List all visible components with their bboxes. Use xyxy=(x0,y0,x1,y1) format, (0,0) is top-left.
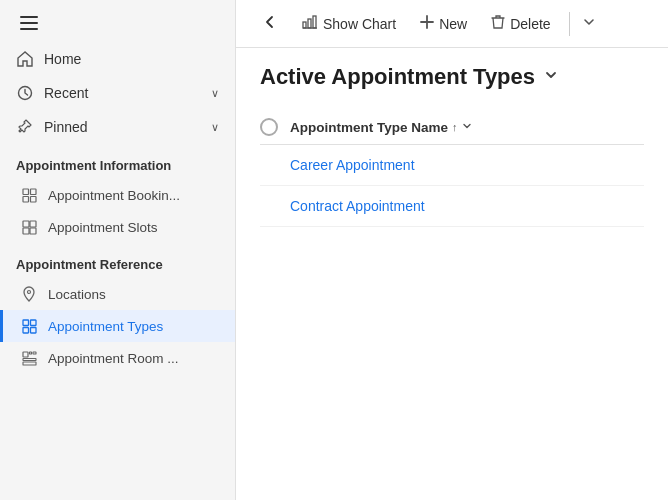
contract-appointment-link[interactable]: Contract Appointment xyxy=(290,198,425,214)
sidebar-item-appointment-booking-label: Appointment Bookin... xyxy=(48,188,180,203)
sidebar-item-recent-label: Recent xyxy=(44,85,211,101)
sort-dropdown-icon[interactable] xyxy=(462,121,472,133)
chart-icon xyxy=(302,14,318,33)
svg-rect-16 xyxy=(33,352,36,354)
svg-rect-18 xyxy=(23,362,36,365)
new-icon xyxy=(420,15,434,32)
show-chart-button[interactable]: Show Chart xyxy=(292,8,406,39)
svg-rect-10 xyxy=(23,320,29,326)
svg-rect-12 xyxy=(23,327,29,333)
table-row[interactable]: Career Appointment xyxy=(260,145,644,186)
new-label: New xyxy=(439,16,467,32)
main-content: Show Chart New Delete xyxy=(236,0,668,500)
svg-rect-15 xyxy=(29,352,31,354)
column-header-label: Appointment Type Name xyxy=(290,120,448,135)
sidebar-item-appointment-room-label: Appointment Room ... xyxy=(48,351,179,366)
appointment-types-icon xyxy=(20,317,38,335)
pin-icon xyxy=(16,118,34,136)
table-header: Appointment Type Name ↑ xyxy=(260,110,644,145)
sidebar-item-pinned-label: Pinned xyxy=(44,119,211,135)
svg-rect-2 xyxy=(30,189,36,195)
sidebar-item-appointment-types[interactable]: Appointment Types xyxy=(0,310,235,342)
sidebar: Home Recent ∨ Pinned ∨ Appointment Infor… xyxy=(0,0,236,500)
delete-button[interactable]: Delete xyxy=(481,8,560,39)
sidebar-item-locations[interactable]: Locations xyxy=(0,278,235,310)
svg-rect-7 xyxy=(23,228,29,234)
sidebar-item-recent[interactable]: Recent ∨ xyxy=(0,76,235,110)
toolbar-chevron-button[interactable] xyxy=(578,11,600,36)
clock-icon xyxy=(16,84,34,102)
page-title: Active Appointment Types xyxy=(260,64,535,90)
svg-rect-13 xyxy=(30,327,36,333)
sort-asc-icon: ↑ xyxy=(452,121,458,133)
sidebar-item-home[interactable]: Home xyxy=(0,42,235,76)
column-header-name[interactable]: Appointment Type Name ↑ xyxy=(290,120,472,135)
appointment-slots-icon xyxy=(20,218,38,236)
sidebar-item-appointment-types-label: Appointment Types xyxy=(48,319,163,334)
svg-point-9 xyxy=(28,291,31,294)
new-button[interactable]: New xyxy=(410,9,477,38)
locations-icon xyxy=(20,285,38,303)
svg-rect-5 xyxy=(23,221,29,227)
content-area: Active Appointment Types Appointment Typ… xyxy=(236,48,668,500)
toolbar-divider xyxy=(569,12,570,36)
sidebar-item-appointment-slots-label: Appointment Slots xyxy=(48,220,158,235)
sidebar-item-appointment-slots[interactable]: Appointment Slots xyxy=(0,211,235,243)
svg-rect-3 xyxy=(23,196,29,202)
back-icon xyxy=(262,14,278,33)
section-appointment-info: Appointment Information xyxy=(0,144,235,179)
svg-rect-4 xyxy=(30,196,36,202)
title-chevron-icon[interactable] xyxy=(543,67,559,87)
home-icon xyxy=(16,50,34,68)
sidebar-top xyxy=(0,0,235,42)
hamburger-button[interactable] xyxy=(16,12,42,34)
pinned-chevron-icon: ∨ xyxy=(211,121,219,134)
sidebar-item-home-label: Home xyxy=(44,51,219,67)
sidebar-item-appointment-room[interactable]: Appointment Room ... xyxy=(0,342,235,374)
table-row[interactable]: Contract Appointment xyxy=(260,186,644,227)
svg-rect-21 xyxy=(313,16,316,28)
sidebar-item-appointment-booking[interactable]: Appointment Bookin... xyxy=(0,179,235,211)
sidebar-item-pinned[interactable]: Pinned ∨ xyxy=(0,110,235,144)
delete-label: Delete xyxy=(510,16,550,32)
recent-chevron-icon: ∨ xyxy=(211,87,219,100)
page-title-row: Active Appointment Types xyxy=(260,64,644,90)
select-all-checkbox[interactable] xyxy=(260,118,278,136)
section-appointment-ref: Appointment Reference xyxy=(0,243,235,278)
svg-rect-14 xyxy=(23,352,28,357)
career-appointment-link[interactable]: Career Appointment xyxy=(290,157,415,173)
svg-rect-20 xyxy=(308,19,311,28)
svg-rect-8 xyxy=(30,228,36,234)
sidebar-item-locations-label: Locations xyxy=(48,287,106,302)
appointment-booking-icon xyxy=(20,186,38,204)
show-chart-label: Show Chart xyxy=(323,16,396,32)
svg-rect-19 xyxy=(303,22,306,28)
appointment-room-icon xyxy=(20,349,38,367)
delete-icon xyxy=(491,14,505,33)
toolbar: Show Chart New Delete xyxy=(236,0,668,48)
svg-rect-11 xyxy=(30,320,36,326)
svg-rect-17 xyxy=(23,358,36,360)
svg-rect-1 xyxy=(23,189,29,195)
svg-rect-6 xyxy=(30,221,36,227)
back-button[interactable] xyxy=(252,8,288,39)
